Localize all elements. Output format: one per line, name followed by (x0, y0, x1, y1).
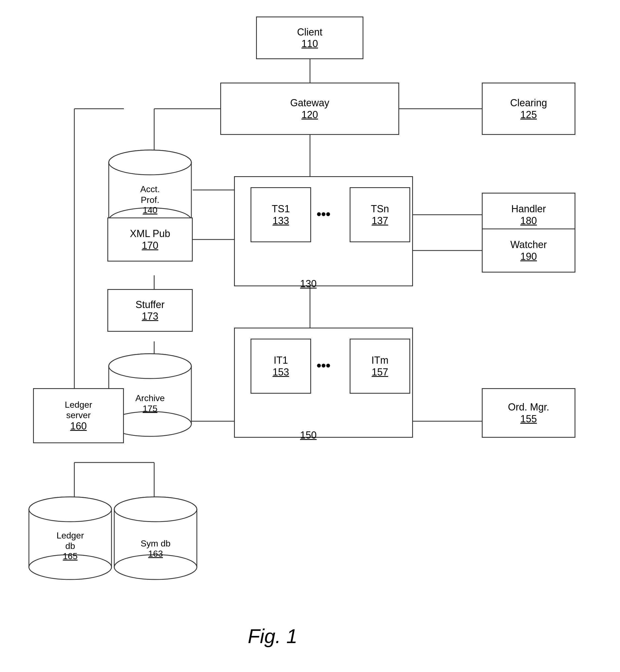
ord-mgr-number: 155 (520, 413, 537, 425)
xml-pub-label: XML Pub (130, 228, 170, 240)
ledger-server-label: Ledgerserver (65, 400, 92, 421)
watcher-box: Watcher 190 (482, 228, 575, 272)
acct-prof-number: 140 (143, 205, 157, 215)
itm-number: 157 (372, 366, 388, 378)
archive-label: Archive (136, 393, 165, 403)
ledger-db-number: 165 (63, 551, 78, 561)
ledger-db-cylinder: Ledgerdb 165 (28, 496, 113, 581)
tsn-box: TSn 137 (350, 187, 410, 242)
ledger-db-label: Ledgerdb (56, 530, 84, 552)
clearing-number: 125 (520, 109, 537, 120)
tsn-number: 137 (372, 215, 388, 226)
handler-number: 180 (520, 215, 537, 226)
ts-group-number: 130 (300, 278, 317, 290)
clearing-box: Clearing 125 (482, 83, 575, 135)
itm-label: ITm (371, 354, 389, 366)
ledger-server-number: 160 (70, 420, 87, 432)
it-group-number: 150 (300, 429, 317, 441)
diagram: Client 110 Gateway 120 Clearing 125 Acct… (0, 0, 620, 672)
ts1-label: TS1 (272, 203, 290, 215)
ts-dots: ••• (317, 206, 330, 222)
archive-number: 175 (143, 404, 157, 414)
svg-point-26 (109, 354, 191, 378)
figure-label: Fig. 1 (248, 625, 297, 648)
svg-point-34 (114, 497, 197, 522)
xml-pub-number: 170 (142, 240, 158, 251)
stuffer-label: Stuffer (136, 299, 164, 311)
sym-db-label: Sym db (141, 538, 170, 549)
tsn-label: TSn (371, 203, 389, 215)
client-box: Client 110 (256, 16, 363, 59)
xml-pub-box: XML Pub 170 (107, 217, 193, 262)
acct-prof-label: Acct.Prof. (140, 184, 160, 205)
it-dots: ••• (317, 358, 330, 373)
client-label: Client (297, 26, 322, 38)
ts1-box: TS1 133 (251, 187, 311, 242)
stuffer-box: Stuffer 173 (107, 289, 193, 332)
svg-point-30 (29, 497, 111, 522)
sym-db-cylinder: Sym db 163 (113, 496, 198, 581)
itm-box: ITm 157 (350, 339, 410, 394)
it1-box: IT1 153 (251, 339, 311, 394)
ord-mgr-label: Ord. Mgr. (508, 401, 549, 413)
it1-label: IT1 (274, 354, 288, 366)
client-number: 110 (302, 38, 318, 50)
gateway-number: 120 (302, 109, 318, 120)
ts1-number: 133 (272, 215, 289, 226)
watcher-number: 190 (520, 251, 537, 262)
ord-mgr-box: Ord. Mgr. 155 (482, 388, 575, 438)
gateway-box: Gateway 120 (220, 83, 399, 135)
svg-point-22 (109, 150, 191, 175)
gateway-label: Gateway (290, 97, 329, 109)
clearing-label: Clearing (510, 97, 547, 109)
watcher-label: Watcher (510, 239, 547, 251)
handler-label: Handler (511, 203, 546, 215)
stuffer-number: 173 (142, 311, 158, 322)
sym-db-number: 163 (148, 549, 163, 559)
ledger-server-box: Ledgerserver 160 (33, 388, 124, 443)
it1-number: 153 (272, 366, 289, 378)
